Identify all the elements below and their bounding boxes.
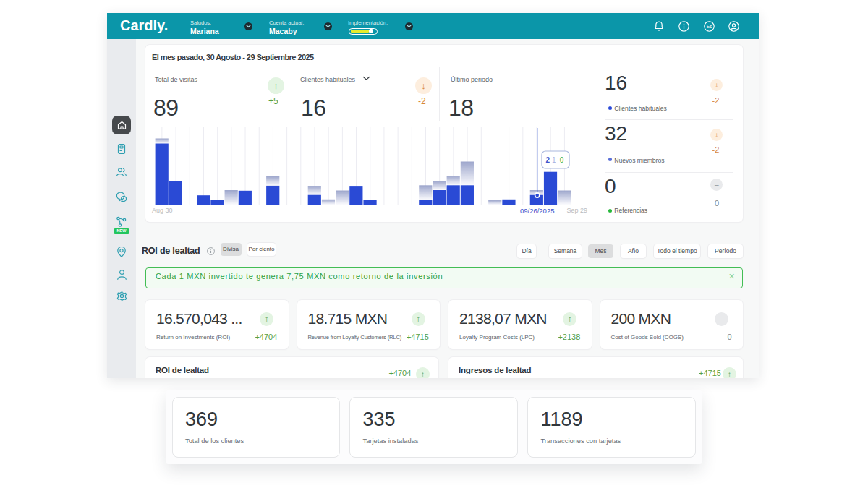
svg-text:2: 2 [546, 156, 550, 164]
svg-text:1: 1 [552, 156, 556, 164]
svg-text:0: 0 [560, 156, 564, 164]
svg-text:Es: Es [707, 23, 712, 28]
svg-text:Sep 29: Sep 29 [566, 207, 587, 214]
svg-text:Aug 30: Aug 30 [152, 207, 173, 214]
svg-text:09/26/2025: 09/26/2025 [520, 207, 555, 215]
